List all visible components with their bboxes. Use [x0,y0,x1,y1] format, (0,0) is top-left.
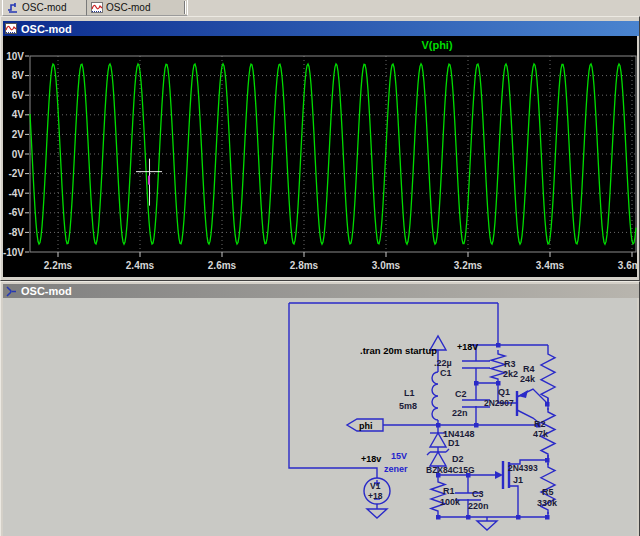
x-tick-label: 2.8ms [290,260,319,271]
waveform-window-titlebar[interactable]: OSC-mod [3,21,639,36]
component-D2-symbol[interactable] [427,449,449,466]
label-V1-value[interactable]: +18 [368,491,383,501]
y-axis-labels: 10V8V6V4V2V0V-2V-4V-6V-8V-10V [3,51,24,258]
y-tick-label: 2V [12,129,25,140]
label-C1-value[interactable]: .22µ [434,358,452,368]
label-J1-name[interactable]: J1 [513,475,523,485]
tab-label: OSC-mod [22,2,66,13]
label-R4-name[interactable]: R4 [523,364,535,374]
window-title: OSC-mod [21,285,72,297]
x-tick-label: 2.6ms [208,260,237,271]
tab-osc-mod-waveform[interactable]: OSC-mod [86,0,188,16]
x-tick-label: 2.4ms [126,260,155,271]
schematic-window-titlebar[interactable]: OSC-mod [3,284,639,298]
label-C2-value[interactable]: 22n [452,408,468,418]
label-L1-name[interactable]: L1 [404,388,415,398]
label-R4-value[interactable]: 24k [520,374,536,384]
y-tick-label: 4V [12,109,25,120]
schematic-icon[interactable] [5,286,17,297]
tab-osc-mod-schematic[interactable]: OSC-mod [2,0,92,16]
label-R3-name[interactable]: R3 [504,359,516,369]
y-tick-label: 6V [12,90,25,101]
y-tick-label: -4V [8,188,24,199]
trace-v-phi[interactable] [30,64,636,244]
annotation-zener-line1[interactable]: 15V [391,451,407,461]
label-C2-name[interactable]: C2 [455,389,467,399]
net-label-phi: phi [359,421,373,431]
label-R5-name[interactable]: R5 [542,487,554,497]
y-tick-label: 0V [12,149,25,160]
x-tick-label: 3.0ms [372,260,401,271]
tab-separator [184,1,186,14]
label-D2-name[interactable]: D2 [452,454,464,464]
y-tick-label: -10V [3,247,24,258]
x-tick-label: 3.6ms [618,260,637,271]
net-label-18v-top[interactable]: +18V [457,342,478,352]
label-D1-name[interactable]: D1 [448,438,460,448]
y-tick-label: -6V [8,207,24,218]
component-L1-symbol[interactable] [432,372,438,420]
ground-symbol-main[interactable] [477,521,497,530]
label-C3-name[interactable]: C3 [472,489,484,499]
label-C1-name[interactable]: C1 [440,368,452,378]
label-R1-name[interactable]: R1 [443,486,455,496]
label-R1-value[interactable]: 100k [440,497,461,507]
label-Q1-name[interactable]: Q1 [498,387,510,397]
ground-symbol-v1[interactable] [367,509,387,518]
label-J1-value[interactable]: 2N4393 [508,463,538,473]
waveform-icon[interactable] [5,23,17,34]
window-tab-bar: OSC-mod OSC-mod [0,0,640,15]
label-V1-name[interactable]: V1 [370,481,381,491]
x-tick-label: 3.4ms [536,260,565,271]
tab-label: OSC-mod [106,2,150,13]
y-tick-label: -8V [8,227,24,238]
label-L1-value[interactable]: 5m8 [399,401,417,411]
component-R4-symbol[interactable] [541,350,555,402]
label-R5-value[interactable]: 330k [537,498,558,508]
waveform-plot[interactable]: V(phi) 10V8V6V4V2V0V-2V-4V-6V-8V-10V 2.2… [3,36,637,277]
label-Q1-value[interactable]: 2N2907 [484,398,514,408]
waveform-icon [91,2,103,13]
schematic-wires[interactable] [289,303,548,521]
component-C1-symbol[interactable] [462,361,490,368]
y-tick-label: 10V [6,51,24,62]
x-axis-labels: 2.2ms2.4ms2.6ms2.8ms3.0ms3.2ms3.4ms3.6ms [44,260,637,271]
schematic-icon [7,2,19,13]
y-tick-label: 8V [12,70,25,81]
schematic-drawing[interactable]: .tran 20m startup +18V +18v phi L1 5m8 .… [3,298,637,536]
x-tick-label: 3.2ms [454,260,483,271]
x-tick-label: 2.2ms [44,260,73,271]
component-J1-symbol[interactable] [495,461,509,489]
net-label-18v-source[interactable]: +18v [361,454,381,464]
label-R2-name[interactable]: R2 [534,419,546,429]
label-R2-value[interactable]: 47k [533,429,549,439]
label-D2-value[interactable]: BZX84C15G [426,465,475,475]
label-R3-value[interactable]: 2k2 [503,369,518,379]
label-C3-value[interactable]: 220n [468,501,489,511]
y-tick-label: -2V [8,168,24,179]
spice-directive[interactable]: .tran 20m startup [360,345,437,356]
trace-legend[interactable]: V(phi) [421,39,452,51]
annotation-zener-line2[interactable]: zener [384,464,408,474]
window-title: OSC-mod [21,23,72,35]
